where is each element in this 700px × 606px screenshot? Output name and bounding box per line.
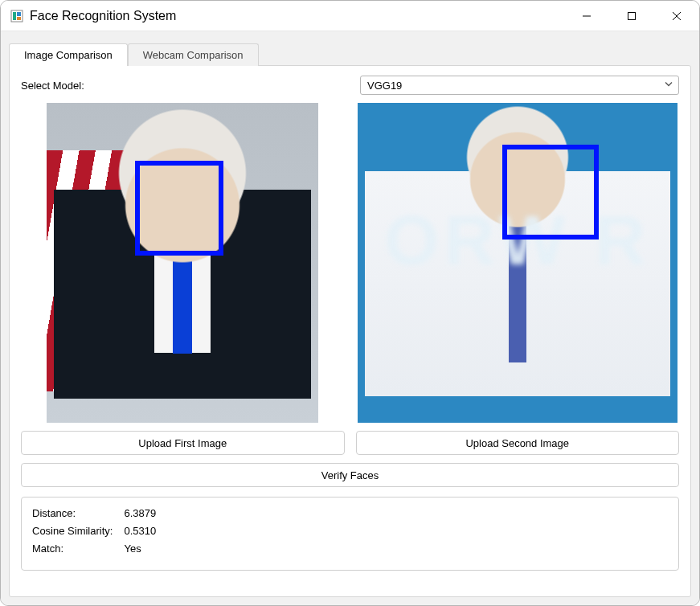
upload-buttons-row: Upload First Image Upload Second Image [21, 431, 679, 455]
match-label: Match: [31, 541, 117, 557]
model-row: Select Model: VGG19 [21, 76, 679, 95]
first-image-cell [21, 103, 345, 423]
chevron-down-icon [664, 80, 673, 92]
second-image-face-box [502, 145, 599, 240]
app-window: Face Recognition System Image Comparison… [0, 0, 700, 606]
results-pane: Distance: 6.3879 Cosine Similarity: 0.53… [21, 497, 679, 571]
maximize-button[interactable] [609, 1, 654, 31]
minimize-icon [581, 10, 592, 22]
verify-faces-button[interactable]: Verify Faces [21, 463, 679, 487]
app-icon [10, 10, 23, 23]
tab-image-comparison[interactable]: Image Comparison [9, 43, 128, 66]
results-table: Distance: 6.3879 Cosine Similarity: 0.53… [30, 504, 158, 559]
model-selected-value: VGG19 [367, 80, 402, 92]
svg-rect-2 [17, 12, 21, 16]
second-image [358, 103, 677, 423]
upload-first-image-button[interactable]: Upload First Image [21, 431, 345, 455]
distance-label: Distance: [31, 506, 117, 522]
close-icon [671, 10, 682, 22]
first-image [47, 103, 318, 423]
tabs-header: Image Comparison Webcam Comparison [9, 43, 691, 65]
model-label: Select Model: [21, 80, 350, 92]
upload-second-image-label: Upload Second Image [465, 437, 569, 449]
results-row-match: Match: Yes [31, 541, 157, 557]
svg-rect-5 [628, 12, 636, 19]
maximize-icon [626, 10, 637, 22]
window-buttons [564, 1, 699, 31]
minimize-button[interactable] [564, 1, 609, 31]
client-area: Image Comparison Webcam Comparison Selec… [1, 31, 699, 605]
verify-row: Verify Faces [21, 463, 679, 487]
svg-rect-3 [17, 17, 21, 20]
distance-value: 6.3879 [119, 506, 157, 522]
model-combobox[interactable]: VGG19 [360, 76, 679, 95]
window-title: Face Recognition System [30, 9, 564, 23]
titlebar: Face Recognition System [1, 1, 699, 31]
cosine-label: Cosine Similarity: [31, 523, 117, 539]
cosine-value: 0.5310 [119, 523, 157, 539]
images-row [21, 103, 679, 423]
match-value: Yes [119, 541, 157, 557]
close-button[interactable] [654, 1, 699, 31]
verify-faces-label: Verify Faces [321, 469, 379, 481]
upload-first-image-label: Upload First Image [138, 437, 227, 449]
first-image-face-box [135, 161, 223, 256]
svg-rect-1 [13, 12, 16, 20]
tab-panel-image-comparison: Select Model: VGG19 [9, 65, 691, 597]
tab-webcam-comparison[interactable]: Webcam Comparison [128, 43, 259, 66]
results-row-cosine: Cosine Similarity: 0.5310 [31, 523, 157, 539]
results-row-distance: Distance: 6.3879 [31, 506, 157, 522]
upload-second-image-button[interactable]: Upload Second Image [356, 431, 680, 455]
second-image-cell [356, 103, 680, 423]
